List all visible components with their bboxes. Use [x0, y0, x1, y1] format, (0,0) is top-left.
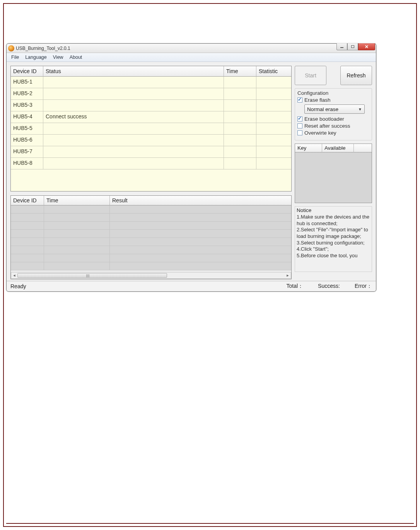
device-status	[43, 158, 224, 169]
scroll-left-arrow-icon[interactable]: ◄	[11, 272, 17, 279]
device-statistic	[256, 158, 291, 169]
menubar: File Language View About	[7, 53, 376, 62]
overwrite-key-label: Overwirte key	[304, 130, 336, 136]
device-id: HUB5-3	[11, 100, 43, 111]
reset-after-success-checkbox[interactable]	[297, 123, 302, 128]
titlebar[interactable]: USB_Burning_Tool_v2.0.1 ✕	[7, 44, 376, 53]
device-time	[224, 77, 256, 88]
result-row[interactable]	[11, 246, 291, 254]
device-row[interactable]: HUB5-7	[11, 146, 291, 158]
device-statistic	[256, 146, 291, 158]
app-icon	[8, 45, 14, 51]
device-header-time[interactable]: Time	[224, 66, 256, 77]
menu-view[interactable]: View	[51, 54, 66, 61]
device-statistic	[256, 123, 291, 135]
result-row[interactable]	[11, 262, 291, 270]
device-time	[224, 100, 256, 111]
device-table: Device ID Status Time Statistic HUB5-1HU…	[10, 66, 292, 191]
result-row[interactable]	[11, 214, 291, 222]
device-status	[43, 123, 224, 135]
key-header-key[interactable]: Key	[295, 144, 322, 152]
erase-mode-select[interactable]: Normal erase ▼	[304, 104, 365, 114]
result-row[interactable]	[11, 205, 291, 214]
status-error: Error：	[355, 283, 372, 290]
device-statistic	[256, 88, 291, 100]
menu-language[interactable]: Language	[23, 54, 49, 61]
device-id: HUB5-1	[11, 77, 43, 88]
device-id: HUB5-8	[11, 158, 43, 169]
erase-bootloader-label: Erase bootloader	[304, 116, 344, 122]
result-table: Device ID Time Result ◄ ►	[10, 195, 292, 279]
device-row[interactable]: HUB5-2	[11, 88, 291, 100]
key-table: Key Available	[295, 144, 372, 203]
scroll-right-arrow-icon[interactable]: ►	[285, 272, 291, 279]
minimize-button[interactable]	[336, 43, 347, 50]
erase-bootloader-checkbox[interactable]	[297, 116, 302, 121]
device-status	[43, 146, 224, 158]
device-status	[43, 88, 224, 100]
maximize-button[interactable]	[347, 43, 358, 50]
notice-title: Notice	[297, 207, 370, 213]
device-header-statistic[interactable]: Statistic	[256, 66, 291, 77]
result-row[interactable]	[11, 230, 291, 238]
notice-body: 1.Make sure the devices and the hub is c…	[297, 214, 370, 259]
configuration-title: Configuration	[297, 90, 369, 96]
result-header-time[interactable]: Time	[44, 196, 110, 205]
device-id: HUB5-2	[11, 88, 43, 100]
device-time	[224, 135, 256, 146]
device-status: Connect success	[43, 111, 224, 123]
result-row[interactable]	[11, 222, 291, 230]
device-header-id[interactable]: Device ID	[11, 66, 43, 77]
device-id: HUB5-7	[11, 146, 43, 158]
reset-after-success-label: Reset after success	[304, 123, 350, 129]
chevron-down-icon: ▼	[358, 107, 362, 111]
device-id: HUB5-5	[11, 123, 43, 135]
device-time	[224, 158, 256, 169]
device-row[interactable]: HUB5-8	[11, 158, 291, 169]
window-title: USB_Burning_Tool_v2.0.1	[16, 46, 70, 51]
start-button[interactable]: Start	[295, 66, 326, 85]
device-row[interactable]: HUB5-3	[11, 100, 291, 111]
device-time	[224, 123, 256, 135]
device-row[interactable]: HUB5-5	[11, 123, 291, 135]
device-statistic	[256, 77, 291, 88]
result-row[interactable]	[11, 254, 291, 262]
device-id: HUB5-4	[11, 111, 43, 123]
overwrite-key-checkbox[interactable]	[297, 130, 302, 135]
notice-panel: Notice 1.Make sure the devices and the h…	[295, 206, 372, 272]
device-time	[224, 146, 256, 158]
app-window: USB_Burning_Tool_v2.0.1 ✕ File Language …	[6, 43, 376, 292]
device-row[interactable]: HUB5-6	[11, 135, 291, 146]
erase-flash-label: Erase flash	[304, 97, 331, 103]
result-header-result[interactable]: Result	[110, 196, 291, 205]
result-horizontal-scrollbar[interactable]: ◄ ►	[11, 272, 291, 279]
key-header-available[interactable]: Available	[322, 144, 354, 152]
erase-flash-checkbox[interactable]	[297, 97, 302, 103]
device-time	[224, 88, 256, 100]
configuration-group: Configuration Erase flash Normal erase ▼…	[295, 88, 372, 140]
device-id: HUB5-6	[11, 135, 43, 146]
statusbar: Ready Total： Success: Error：	[7, 281, 376, 291]
status-total: Total：	[286, 283, 303, 290]
result-row[interactable]	[11, 238, 291, 246]
key-header-spacer	[354, 144, 372, 152]
menu-file[interactable]: File	[9, 54, 21, 61]
device-row[interactable]: HUB5-4Connect success	[11, 111, 291, 123]
device-statistic	[256, 100, 291, 111]
menu-about[interactable]: About	[67, 54, 85, 61]
refresh-button[interactable]: Refresh	[340, 66, 372, 85]
device-status	[43, 77, 224, 88]
result-header-id[interactable]: Device ID	[11, 196, 44, 205]
device-time	[224, 111, 256, 123]
status-success: Success:	[318, 283, 340, 290]
erase-mode-value: Normal erase	[307, 106, 338, 112]
close-button[interactable]: ✕	[358, 43, 375, 50]
device-status	[43, 135, 224, 146]
device-statistic	[256, 111, 291, 123]
status-ready: Ready	[10, 283, 26, 289]
device-statistic	[256, 135, 291, 146]
device-header-status[interactable]: Status	[43, 66, 224, 77]
device-row[interactable]: HUB5-1	[11, 77, 291, 88]
device-status	[43, 100, 224, 111]
